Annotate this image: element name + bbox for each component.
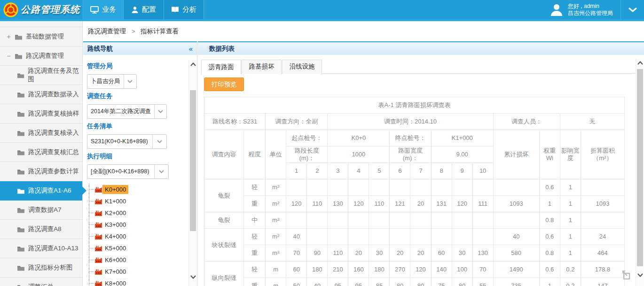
sidebar-item[interactable]: 路况调查任务及范围 [0,66,82,85]
tree-item[interactable]: K6+000 [87,254,188,266]
sidebar-item[interactable]: +基础数据管理 [0,27,82,46]
unit-cell: m² [266,196,286,212]
user-menu-toggle[interactable] [620,0,644,19]
tree-item[interactable]: K3+000 [87,219,188,231]
data-panel-title: 数据列表 [209,45,235,53]
expand-toggle[interactable]: − [6,52,11,60]
tree-item[interactable]: K1+000 [87,195,188,207]
scroll-down-icon[interactable] [636,271,644,279]
collapse-panel-icon[interactable]: « [189,45,193,53]
milestone-icon [95,280,102,286]
tree-item[interactable]: K7+000 [87,266,188,278]
weight-cell: 0.6 [539,229,560,245]
tree-item[interactable]: K2+000 [87,207,188,219]
dropdown-select[interactable]: 2014年第二次路况调查 [87,104,167,119]
dropdown-toggle[interactable] [154,165,168,178]
info-cell: 调查时间：2014.10 [328,114,493,130]
sidebar-item[interactable]: 调整汇总 [0,278,82,286]
section-value-cell [390,212,410,229]
user-greeting: 您好 , admin [568,3,613,10]
section-value-cell: 111 [472,196,493,212]
weight-cell: 0.6 [539,179,560,196]
section-value-cell: 121 [390,196,410,212]
expand-window-icon[interactable] [621,269,633,280]
section-value-cell: 180 [369,262,390,278]
sidebar-item[interactable]: 路况调查复核抽样 [0,104,82,124]
weight-cell: 1 [539,196,560,212]
tab-active[interactable]: 沥青路面 [201,60,241,74]
nav-tab-analysis[interactable]: 分析 [164,0,204,19]
section-value-cell: 40 [286,229,307,245]
sidebar-item[interactable]: −路况调查管理 [0,46,82,66]
field-label: 执行明细 [87,152,188,161]
breadcrumb-item[interactable]: 路况调查管理 [88,27,126,36]
section-value-cell: 30 [369,245,390,262]
sidebar-item-label: 路况调查复核汇总 [28,148,79,156]
section-value-cell [328,179,348,196]
dropdown-toggle[interactable] [154,105,166,118]
section-value-cell: 80 [390,278,410,286]
dropdown-select[interactable]: S231(K0+0-K16+898) [87,134,167,149]
sidebar-item[interactable]: 路况指标分析图 [0,258,82,278]
sidebar-item[interactable]: 路况调查数据录入 [0,85,82,104]
section-value-cell [286,212,307,229]
breadcrumb-item-current: 指标计算查看 [141,27,179,36]
info-cell: 调查方向：全副 [266,114,328,130]
dropdown-select[interactable]: 卜昌吉分局 [87,74,137,89]
tab-item[interactable]: 沿线设施 [282,60,322,74]
milestone-icon [95,210,102,216]
folder-icon [17,169,25,175]
nav-tab-config[interactable]: 配置 [123,0,164,19]
user-info[interactable]: 您好 , admin 昌吉州公路管理局 [546,0,620,19]
sidebar-item[interactable]: 路况调查参数计算 [0,162,82,181]
data-panel-scrollbar[interactable] [636,59,644,286]
folder-icon [17,246,25,252]
section-value-cell: 95 [348,278,369,286]
sidebar-item[interactable]: 调查数据A7 [0,201,82,220]
section-value-cell: 110 [307,196,328,212]
milestone-icon [95,245,102,252]
sidebar-item[interactable]: 路况调查A8 [0,220,82,239]
route-panel-scrollbar[interactable] [188,60,197,286]
folder-icon [17,111,25,117]
section-value-cell: 75 [431,278,452,286]
print-preview-button[interactable]: 打印预览 [204,77,244,91]
impact-width-cell: 1 [560,229,581,245]
data-panel-header: 数据列表 [198,41,644,55]
section-value-cell [452,212,472,229]
sidebar-item[interactable]: 路况调查A1-A6 [0,181,82,201]
expand-toggle[interactable]: + [6,33,11,40]
tree-item[interactable]: K5+000 [87,242,188,254]
dropdown-toggle[interactable] [124,75,137,88]
dropdown-select[interactable]: [全副](K0+0-K16+898) [87,164,169,179]
col-header-degree: 程度 [244,130,266,179]
dropdown-toggle[interactable] [152,135,166,148]
section-number-header: 10 [472,163,493,179]
chevron-down-icon [157,140,162,143]
scroll-thumb[interactable] [637,69,643,266]
folder-icon [15,34,23,40]
damage-type-cell: 龟裂 [204,212,244,229]
tree-item[interactable]: K8+000 [87,278,188,286]
milestone-tree: K0+000K1+000K2+000K3+000K4+000K5+000K6+0… [87,184,188,286]
section-value-cell: 20 [390,245,410,262]
scroll-up-icon[interactable] [636,59,644,67]
tree-item[interactable]: K0+000 [87,184,188,195]
end-stake-value: K1+000 [431,130,493,147]
degree-cell: 重 [244,278,266,286]
section-value-cell: 85 [369,278,390,286]
nav-tab-business[interactable]: 业务 [83,0,123,19]
sidebar-item-label: 路况调查复核抽样 [28,109,79,118]
sidebar-item-label: 基础数据管理 [26,32,64,41]
scroll-up-icon[interactable] [189,60,197,69]
scroll-thumb[interactable] [190,90,196,231]
tab-item[interactable]: 路基损坏 [242,60,282,74]
col-header-converted-area: 折算面积（m²） [581,130,624,179]
sidebar-item[interactable]: 路况调查A10-A13 [0,239,82,258]
sidebar-item[interactable]: 路况调查复核录入 [0,124,82,143]
scroll-down-icon[interactable] [189,273,197,281]
chevron-down-icon [628,8,637,12]
sidebar-item[interactable]: 路况调查复核汇总 [0,143,82,162]
tree-item[interactable]: K4+000 [87,231,188,242]
folder-icon [17,92,25,98]
